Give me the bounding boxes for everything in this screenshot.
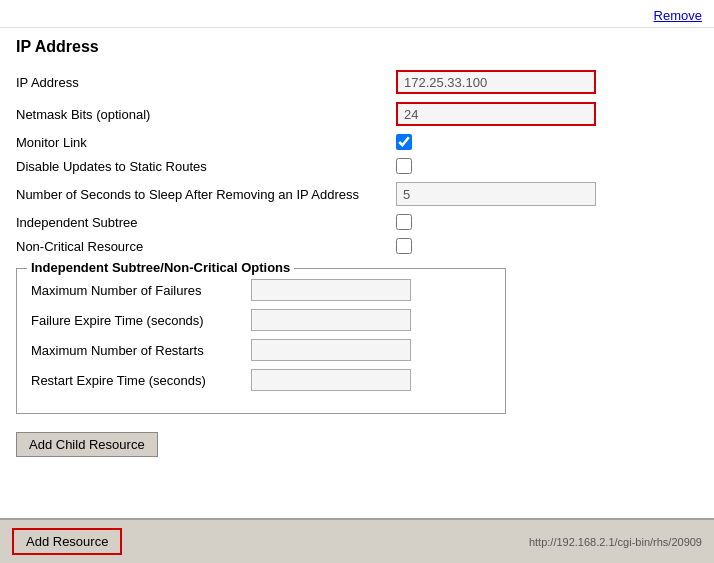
sleep-seconds-row: Number of Seconds to Sleep After Removin…: [16, 182, 698, 206]
independent-subtree-checkbox[interactable]: [396, 214, 412, 230]
bottom-bar: Add Resource http://192.168.2.1/cgi-bin/…: [0, 518, 714, 563]
monitor-link-row: Monitor Link: [16, 134, 698, 150]
max-restarts-label: Maximum Number of Restarts: [31, 343, 251, 358]
status-bar-url: http://192.168.2.1/cgi-bin/rhs/20909: [529, 536, 702, 548]
ip-address-label: IP Address: [16, 75, 396, 90]
netmask-input[interactable]: [396, 102, 596, 126]
failure-expire-row: Failure Expire Time (seconds): [31, 309, 491, 331]
non-critical-checkbox[interactable]: [396, 238, 412, 254]
independent-subtree-row: Independent Subtree: [16, 214, 698, 230]
max-restarts-input[interactable]: [251, 339, 411, 361]
child-resource-area: Add Child Resource: [16, 428, 698, 473]
restart-expire-input[interactable]: [251, 369, 411, 391]
max-restarts-row: Maximum Number of Restarts: [31, 339, 491, 361]
add-child-resource-button[interactable]: Add Child Resource: [16, 432, 158, 457]
ip-address-input[interactable]: [396, 70, 596, 94]
top-bar: Remove: [0, 0, 714, 28]
group-box: Independent Subtree/Non-Critical Options…: [16, 268, 506, 414]
failure-expire-input[interactable]: [251, 309, 411, 331]
disable-updates-checkbox[interactable]: [396, 158, 412, 174]
restart-expire-label: Restart Expire Time (seconds): [31, 373, 251, 388]
sleep-seconds-label: Number of Seconds to Sleep After Removin…: [16, 187, 396, 202]
monitor-link-label: Monitor Link: [16, 135, 396, 150]
ip-address-row: IP Address: [16, 70, 698, 94]
netmask-row: Netmask Bits (optional): [16, 102, 698, 126]
non-critical-label: Non-Critical Resource: [16, 239, 396, 254]
failure-expire-label: Failure Expire Time (seconds): [31, 313, 251, 328]
restart-expire-row: Restart Expire Time (seconds): [31, 369, 491, 391]
disable-updates-label: Disable Updates to Static Routes: [16, 159, 396, 174]
monitor-link-checkbox[interactable]: [396, 134, 412, 150]
max-failures-row: Maximum Number of Failures: [31, 279, 491, 301]
independent-subtree-label: Independent Subtree: [16, 215, 396, 230]
disable-updates-row: Disable Updates to Static Routes: [16, 158, 698, 174]
main-container: Remove IP Address IP Address Netmask Bit…: [0, 0, 714, 563]
add-resource-button[interactable]: Add Resource: [12, 528, 122, 555]
content-area: IP Address IP Address Netmask Bits (opti…: [0, 28, 714, 483]
section-title: IP Address: [16, 38, 698, 56]
max-failures-label: Maximum Number of Failures: [31, 283, 251, 298]
non-critical-row: Non-Critical Resource: [16, 238, 698, 254]
group-box-legend: Independent Subtree/Non-Critical Options: [27, 260, 294, 275]
sleep-seconds-input[interactable]: [396, 182, 596, 206]
netmask-label: Netmask Bits (optional): [16, 107, 396, 122]
remove-link[interactable]: Remove: [654, 8, 702, 23]
max-failures-input[interactable]: [251, 279, 411, 301]
